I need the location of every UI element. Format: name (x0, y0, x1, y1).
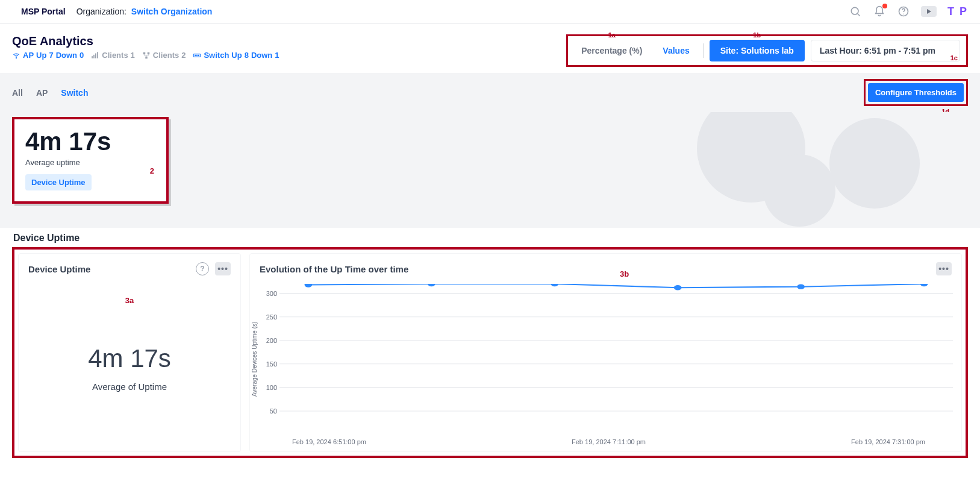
annotation-1a: 1a (608, 31, 616, 39)
svg-point-15 (199, 55, 199, 55)
panel-uptime-evolution: Evolution of the Up Time over time ••• 3… (249, 253, 962, 452)
annotation-1c: 1c (950, 54, 958, 61)
status-line: AP Up 7 Down 0 Clients 1 Clients 2 Switc… (12, 51, 279, 60)
svg-point-24 (551, 284, 558, 286)
svg-point-23 (428, 284, 435, 286)
svg-line-1 (858, 14, 860, 16)
svg-rect-8 (97, 52, 98, 58)
switch-icon (193, 51, 201, 60)
svg-point-22 (305, 284, 313, 288)
svg-point-14 (197, 55, 198, 55)
section-title-device-uptime: Device Uptime (0, 228, 980, 246)
chart-x-axis: Feb 19, 2024 6:51:00 pmFeb 19, 2024 7:11… (250, 435, 961, 445)
signal-icon (91, 51, 99, 60)
percentage-toggle[interactable]: 1a Percentage (%) (574, 40, 649, 61)
msp-portal-label: MSP Portal (21, 7, 66, 16)
panel-right-title: Evolution of the Up Time over time (260, 264, 408, 274)
annotation-3a: 3a (125, 296, 134, 305)
summary-chip: Device Uptime (25, 174, 92, 190)
help-icon[interactable] (897, 5, 910, 18)
header-controls: 1a Percentage (%) Values 1b Site: Soluti… (566, 34, 968, 67)
switch-organization-link[interactable]: Switch Organization (131, 7, 213, 16)
svg-rect-5 (92, 56, 93, 58)
panel-left-value: 4m 17s (88, 344, 171, 373)
panel-left-subtitle: Average of Uptime (92, 382, 167, 392)
page-header: QoE Analytics AP Up 7 Down 0 Clients 1 C… (0, 24, 980, 73)
summary-card-device-uptime[interactable]: 4m 17s Average uptime Device Uptime 2 (12, 117, 169, 204)
svg-rect-9 (143, 52, 146, 54)
help-icon[interactable]: ? (196, 262, 209, 275)
svg-point-25 (674, 285, 682, 290)
background-decoration (685, 112, 956, 228)
wifi-icon (12, 51, 20, 60)
avatar[interactable]: T P (947, 5, 968, 18)
svg-rect-10 (148, 52, 150, 54)
panel-left-title: Device Uptime (28, 264, 90, 274)
svg-rect-7 (95, 53, 96, 58)
svg-point-27 (920, 284, 928, 286)
divider (703, 43, 704, 58)
more-menu-icon[interactable]: ••• (215, 262, 231, 275)
tab-all[interactable]: All (12, 88, 23, 98)
svg-point-4 (16, 57, 16, 58)
site-selector[interactable]: 1b Site: Solutions lab (710, 40, 805, 61)
page-title: QoE Analytics (12, 34, 279, 48)
svg-point-13 (195, 55, 196, 55)
chart-y-axis: 50100150200250300 (259, 284, 279, 435)
summary-subtitle: Average uptime (25, 158, 155, 167)
annotation-2: 2 (150, 166, 154, 175)
status-ap[interactable]: AP Up 7 Down 0 (12, 51, 84, 60)
notifications-icon[interactable] (873, 5, 886, 18)
more-menu-icon[interactable]: ••• (936, 262, 952, 275)
status-clients-1[interactable]: Clients 1 (91, 51, 135, 60)
chart-area: Average Devices Uptime (s) 5010015020025… (250, 284, 961, 435)
values-toggle[interactable]: Values (655, 40, 696, 61)
annotation-3b: 3b (620, 269, 629, 278)
network-icon (142, 51, 151, 60)
tab-ap[interactable]: AP (36, 88, 48, 98)
panel-device-uptime: Device Uptime ? ••• 3a 4m 17s Average of… (18, 253, 241, 452)
configure-thresholds-button[interactable]: Configure Thresholds (868, 83, 964, 102)
tab-switch[interactable]: Switch (61, 88, 88, 98)
svg-rect-11 (145, 56, 148, 58)
search-icon[interactable] (849, 5, 862, 18)
status-switch[interactable]: Switch Up 8 Down 1 (193, 51, 279, 60)
summary-row: 4m 17s Average uptime Device Uptime 2 (0, 112, 980, 228)
svg-point-26 (797, 284, 805, 289)
summary-value: 4m 17s (25, 129, 155, 154)
detail-panels: Device Uptime ? ••• 3a 4m 17s Average of… (12, 247, 968, 458)
svg-point-3 (903, 14, 904, 14)
organization-label: Organization: (76, 7, 126, 16)
video-icon[interactable] (921, 6, 937, 17)
time-range-selector[interactable]: Last Hour: 6:51 pm - 7:51 pm (811, 40, 960, 61)
annotation-1b: 1b (753, 31, 761, 39)
top-bar: MSP Portal Organization: Switch Organiza… (0, 0, 980, 24)
chart-y-label: Average Devices Uptime (s) (250, 284, 259, 435)
status-clients-2[interactable]: Clients 2 (142, 51, 186, 60)
notification-dot (882, 4, 887, 8)
chart-plot (279, 284, 953, 435)
svg-rect-6 (93, 54, 95, 58)
subtabs-row: All AP Switch Configure Thresholds 1d (0, 73, 980, 112)
svg-point-0 (851, 7, 858, 14)
